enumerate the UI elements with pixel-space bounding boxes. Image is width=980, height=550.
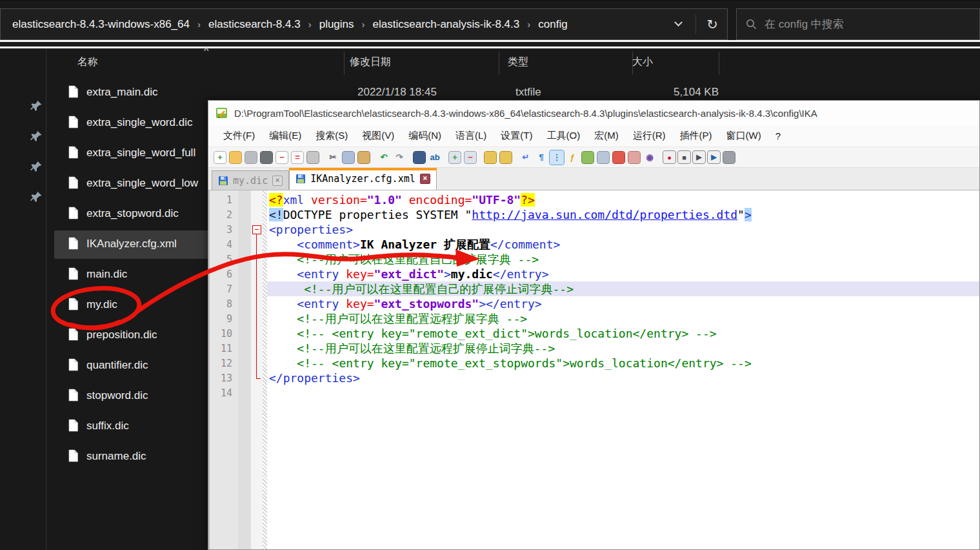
- code-text[interactable]: </properties>: [267, 371, 979, 385]
- code-text[interactable]: <!-- <entry key="remote_ext_stopwords">w…: [267, 356, 979, 371]
- file-monitoring-icon[interactable]: ◉: [643, 150, 657, 165]
- file-name: stopword.dic: [86, 389, 148, 402]
- menu-item[interactable]: 语言(L): [448, 127, 494, 145]
- search-icon: [746, 19, 757, 30]
- macro-run-multi-icon[interactable]: ▶: [708, 151, 720, 163]
- code-text[interactable]: <entry key="ext_dict">my.dic</entry>: [267, 267, 979, 281]
- menu-item[interactable]: 编辑(E): [262, 127, 308, 145]
- new-file-icon[interactable]: +: [214, 152, 226, 163]
- sort-ascending-icon: ^: [204, 45, 209, 55]
- column-divider[interactable]: [499, 52, 499, 75]
- menu-item[interactable]: 宏(M): [587, 127, 626, 145]
- paste-icon[interactable]: [358, 152, 370, 163]
- column-header-type[interactable]: 类型: [508, 56, 528, 69]
- column-divider[interactable]: [344, 52, 345, 75]
- doc-map-icon[interactable]: [582, 152, 594, 163]
- pin-icon[interactable]: [30, 190, 43, 203]
- menu-item[interactable]: 工具(O): [539, 127, 587, 145]
- file-name: extra_main.dic: [86, 86, 158, 99]
- pin-icon[interactable]: [30, 160, 43, 173]
- breadcrumb-item[interactable]: plugins: [314, 15, 359, 34]
- column-divider[interactable]: [719, 52, 719, 75]
- macro-play-icon[interactable]: ▶: [693, 151, 705, 163]
- indent-guide-icon[interactable]: ⋮: [550, 150, 564, 165]
- column-divider[interactable]: [632, 52, 633, 75]
- macro-record-icon[interactable]: ●: [663, 151, 675, 163]
- search-box[interactable]: [736, 8, 980, 40]
- save-icon[interactable]: [245, 152, 257, 163]
- copy-icon[interactable]: [343, 152, 354, 163]
- column-headers: ^ 名称 修改日期 类型 大小: [46, 49, 980, 76]
- file-size: 5,104 KB: [640, 86, 719, 99]
- close-all-icon[interactable]: =: [292, 152, 303, 163]
- zoom-in-icon[interactable]: +: [449, 152, 461, 163]
- code-text[interactable]: <!-- <entry key="remote_ext_dict">words_…: [267, 326, 979, 341]
- pin-icon[interactable]: [30, 130, 43, 143]
- function-list-icon[interactable]: ƒ: [565, 150, 579, 165]
- folder-workspace-icon[interactable]: [628, 152, 640, 163]
- chevron-down-icon[interactable]: [670, 16, 686, 33]
- editor[interactable]: 1<?xml version="1.0" encoding="UTF-8"?>2…: [208, 190, 979, 549]
- menu-item[interactable]: 编码(N): [401, 127, 448, 145]
- refresh-icon[interactable]: ↻: [703, 15, 722, 34]
- menu-item[interactable]: ?: [768, 128, 788, 144]
- breadcrumb-item[interactable]: elasticsearch-8.4.3-windows-x86_64: [7, 15, 195, 34]
- breadcrumb-item[interactable]: elasticsearch-analysis-ik-8.4.3: [368, 15, 525, 34]
- column-header-name[interactable]: 名称: [77, 56, 98, 69]
- line-number: 9: [208, 313, 238, 325]
- tab-ikanalyzer-cfg-xml[interactable]: IKAnalyzer.cfg.xml×: [289, 168, 437, 190]
- menu-item[interactable]: 文件(F): [216, 127, 262, 145]
- file-name: extra_single_word.dic: [86, 116, 192, 129]
- menu-item[interactable]: 视图(V): [355, 127, 401, 145]
- breadcrumb-separator: ›: [359, 19, 368, 30]
- code-text[interactable]: <entry key="ext_stopwords"></entry>: [267, 296, 979, 311]
- column-header-size[interactable]: 大小: [632, 56, 653, 69]
- code-line-5: 5 <!--用户可以在这里配置自己的扩展字典 -->: [208, 252, 979, 267]
- menu-item[interactable]: 窗口(W): [719, 127, 768, 145]
- close-icon[interactable]: ×: [272, 176, 283, 186]
- code-text[interactable]: <!--用户可以在这里配置远程扩展字典 -->: [267, 311, 979, 326]
- close-icon[interactable]: −: [276, 152, 288, 163]
- sync-scroll-v-icon[interactable]: [485, 152, 496, 163]
- replace-icon[interactable]: ab: [428, 150, 442, 165]
- find-icon[interactable]: [414, 152, 425, 163]
- print-icon[interactable]: [307, 152, 319, 163]
- macro-save-icon[interactable]: [723, 152, 735, 163]
- open-folder-icon[interactable]: [230, 152, 241, 163]
- code-text[interactable]: <!DOCTYPE properties SYSTEM "http://java…: [267, 207, 979, 222]
- tab-my-dic[interactable]: my.dic×: [212, 170, 289, 190]
- zoom-out-icon[interactable]: −: [465, 152, 476, 163]
- menu-item[interactable]: 设置(T): [494, 127, 539, 145]
- search-input[interactable]: [765, 18, 926, 31]
- save-all-icon[interactable]: [261, 152, 272, 163]
- undo-icon[interactable]: ↶: [377, 150, 391, 165]
- fold-marker[interactable]: [251, 222, 263, 237]
- title-bar[interactable]: D:\ProgramTool\Elasticsearch\elasticsear…: [208, 101, 979, 125]
- code-text[interactable]: <properties>: [267, 222, 979, 237]
- line-number: 13: [208, 372, 238, 384]
- redo-icon[interactable]: ↷: [392, 150, 406, 165]
- pin-icon[interactable]: [30, 99, 43, 112]
- word-wrap-icon[interactable]: ↵: [519, 150, 533, 165]
- doc-list-icon[interactable]: [597, 152, 609, 163]
- edge-marker-icon[interactable]: [613, 152, 625, 163]
- address-bar[interactable]: elasticsearch-8.4.3-windows-x86_64›elast…: [0, 8, 728, 40]
- menu-item[interactable]: 运行(R): [626, 127, 673, 145]
- breadcrumb-item[interactable]: config: [533, 15, 572, 34]
- code-text[interactable]: <!--用户可以在这里配置自己的扩展字典 -->: [267, 252, 979, 267]
- menu-item[interactable]: 插件(P): [672, 127, 719, 145]
- sync-scroll-h-icon[interactable]: [500, 152, 512, 163]
- breadcrumb-item[interactable]: elasticsearch-8.4.3: [203, 15, 306, 34]
- close-icon[interactable]: ×: [420, 174, 430, 184]
- show-all-chars-icon[interactable]: ¶: [534, 150, 548, 165]
- screen: { "explorer": { "breadcrumb": ["elastics…: [0, 0, 980, 550]
- code-text[interactable]: <?xml version="1.0" encoding="UTF-8"?>: [267, 192, 979, 207]
- column-header-date[interactable]: 修改日期: [350, 56, 391, 69]
- cut-icon[interactable]: ✂: [326, 150, 340, 165]
- file-date: 2022/1/18 18:45: [357, 86, 437, 99]
- macro-stop-icon[interactable]: ■: [678, 151, 690, 163]
- code-text[interactable]: <!--用户可以在这里配置自己的扩展停止词字典-->: [267, 281, 979, 296]
- code-text[interactable]: <comment>IK Analyzer 扩展配置</comment>: [267, 237, 979, 252]
- menu-item[interactable]: 搜索(S): [308, 127, 355, 145]
- code-text[interactable]: <!--用户可以在这里配置远程扩展停止词字典-->: [267, 341, 979, 356]
